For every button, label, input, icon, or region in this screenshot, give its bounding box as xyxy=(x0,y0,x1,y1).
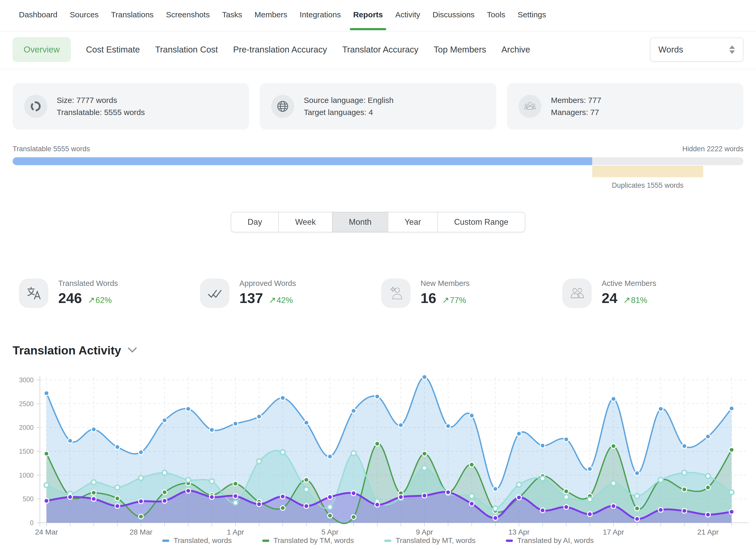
stat-label: Approved Words xyxy=(239,279,296,288)
section-title: Translation Activity xyxy=(13,344,121,357)
nav-reports[interactable]: Reports xyxy=(353,1,383,30)
stat-translated-words: Translated Words 246 ↗62% xyxy=(19,279,200,308)
nav-integrations[interactable]: Integrations xyxy=(300,1,341,30)
double-check-icon xyxy=(200,279,229,308)
stat-value: 137 xyxy=(239,290,263,306)
nav-activity[interactable]: Activity xyxy=(395,1,420,30)
stat-value: 16 xyxy=(421,290,436,306)
stat-delta: ↗77% xyxy=(442,295,466,305)
svg-text:24 Mar: 24 Mar xyxy=(35,528,58,536)
stat-delta: ↗81% xyxy=(623,295,647,305)
tab-pretranslation-accuracy[interactable]: Pre-translation Accuracy xyxy=(233,45,327,55)
top-navigation: Dashboard Sources Translations Screensho… xyxy=(0,0,756,32)
nav-translations[interactable]: Translations xyxy=(111,1,154,30)
tab-cost-estimate[interactable]: Cost Estimate xyxy=(86,45,140,55)
stat-value: 246 xyxy=(58,290,82,306)
words-progress-bar xyxy=(13,157,743,165)
chart-legend: Translated, words Translated by TM, word… xyxy=(13,536,743,545)
legend-swatch-cyan xyxy=(384,540,391,542)
nav-tasks[interactable]: Tasks xyxy=(222,1,242,30)
legend-swatch-blue xyxy=(162,540,169,542)
legend-translated-mt[interactable]: Translated by MT, words xyxy=(384,536,475,545)
svg-text:3000: 3000 xyxy=(19,376,34,384)
nav-members[interactable]: Members xyxy=(255,1,287,30)
tab-translator-accuracy[interactable]: Translator Accuracy xyxy=(342,45,418,55)
range-year[interactable]: Year xyxy=(388,212,437,232)
activity-chart[interactable]: 05001000150020002500300024 Mar28 Mar1 Ap… xyxy=(0,365,756,538)
stats-row: Translated Words 246 ↗62% Approved Words… xyxy=(13,279,743,308)
unit-dropdown-value: Words xyxy=(658,45,683,55)
managers-count: Managers: 77 xyxy=(551,106,601,118)
two-people-icon xyxy=(562,279,592,308)
svg-text:5 Apr: 5 Apr xyxy=(321,528,338,536)
legend-translated-ai[interactable]: Translated by AI, words xyxy=(506,536,594,545)
duplicates-bar xyxy=(592,166,703,177)
svg-text:2500: 2500 xyxy=(19,400,34,407)
legend-translated[interactable]: Translated, words xyxy=(162,536,232,545)
svg-text:0: 0 xyxy=(30,519,34,526)
svg-text:21 Apr: 21 Apr xyxy=(697,528,719,536)
nav-dashboard[interactable]: Dashboard xyxy=(19,1,57,30)
target-languages: Target languages: 4 xyxy=(304,106,393,118)
source-language: Source language: English xyxy=(304,94,393,106)
stat-label: Translated Words xyxy=(58,279,118,288)
nav-screenshots[interactable]: Screenshots xyxy=(166,1,210,30)
trend-up-icon: ↗ xyxy=(442,295,449,305)
stat-label: New Members xyxy=(421,279,470,288)
range-month[interactable]: Month xyxy=(332,212,388,232)
chevron-down-icon[interactable] xyxy=(128,347,137,354)
project-size: Size: 7777 words xyxy=(57,94,145,106)
stat-label: Active Members xyxy=(602,279,656,288)
translatable-fill xyxy=(13,157,592,165)
legend-swatch-green xyxy=(262,540,269,542)
translate-icon xyxy=(19,279,48,308)
svg-text:17 Apr: 17 Apr xyxy=(603,528,624,536)
size-card: Size: 7777 words Translatable: 5555 word… xyxy=(13,83,249,130)
duplicates-label: Duplicates 1555 words xyxy=(612,181,684,190)
stat-value: 24 xyxy=(602,290,617,306)
stat-approved-words: Approved Words 137 ↗42% xyxy=(200,279,381,308)
hidden-label: Hidden 2222 words xyxy=(682,145,743,153)
svg-text:1000: 1000 xyxy=(19,472,34,479)
tab-translation-cost[interactable]: Translation Cost xyxy=(155,45,218,55)
range-custom[interactable]: Custom Range xyxy=(437,212,525,232)
trend-up-icon: ↗ xyxy=(269,295,276,305)
svg-text:2000: 2000 xyxy=(19,424,34,431)
donut-icon xyxy=(24,95,47,118)
nav-tools[interactable]: Tools xyxy=(487,1,505,30)
person-plus-icon xyxy=(381,279,411,308)
chevron-updown-icon xyxy=(729,45,735,54)
stat-delta: ↗42% xyxy=(269,295,293,305)
project-translatable: Translatable: 5555 words xyxy=(57,106,145,118)
trend-up-icon: ↗ xyxy=(88,295,95,305)
tab-archive[interactable]: Archive xyxy=(501,45,530,55)
summary-cards: Size: 7777 words Translatable: 5555 word… xyxy=(13,83,743,130)
report-tabs: Overview Cost Estimate Translation Cost … xyxy=(0,32,756,69)
svg-text:13 Apr: 13 Apr xyxy=(508,528,530,536)
svg-text:1500: 1500 xyxy=(19,448,34,455)
svg-text:28 Mar: 28 Mar xyxy=(129,528,152,536)
tab-overview[interactable]: Overview xyxy=(13,37,71,62)
range-week[interactable]: Week xyxy=(278,212,332,232)
range-day[interactable]: Day xyxy=(231,212,278,232)
members-card: Members: 777 Managers: 77 xyxy=(507,83,743,130)
language-card: Source language: English Target language… xyxy=(260,83,496,130)
nav-discussions[interactable]: Discussions xyxy=(433,1,475,30)
stat-delta: ↗62% xyxy=(88,295,112,305)
legend-swatch-purple xyxy=(506,540,513,542)
unit-dropdown[interactable]: Words xyxy=(650,38,743,62)
words-breakdown: Translatable 5555 words Hidden 2222 word… xyxy=(13,145,743,165)
legend-translated-tm[interactable]: Translated by TM, words xyxy=(262,536,354,545)
nav-settings[interactable]: Settings xyxy=(518,1,546,30)
date-range-selector: Day Week Month Year Custom Range xyxy=(13,212,743,232)
stat-active-members: Active Members 24 ↗81% xyxy=(562,279,743,308)
globe-icon xyxy=(271,95,294,118)
tab-top-members[interactable]: Top Members xyxy=(434,45,486,55)
svg-text:500: 500 xyxy=(23,495,34,503)
stat-new-members: New Members 16 ↗77% xyxy=(381,279,562,308)
nav-sources[interactable]: Sources xyxy=(70,1,99,30)
trend-up-icon: ↗ xyxy=(623,295,631,305)
translatable-label: Translatable 5555 words xyxy=(13,145,90,153)
svg-text:1 Apr: 1 Apr xyxy=(227,528,244,536)
svg-text:9 Apr: 9 Apr xyxy=(416,528,433,536)
